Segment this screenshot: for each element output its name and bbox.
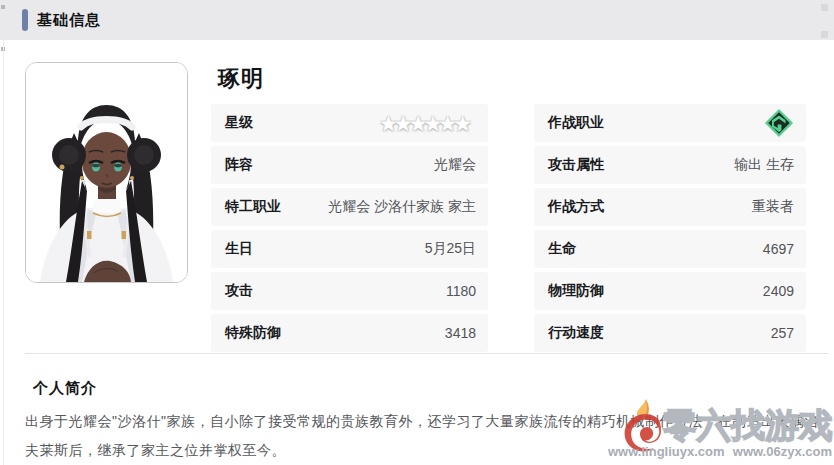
info-value-birthday: 5月25日	[425, 240, 476, 258]
info-column-right: 作战职业攻击属性输出 生存作战方式重装者生命4697物理防御2409行动速度25…	[534, 104, 806, 352]
info-value-special-defense: 3418	[445, 325, 476, 341]
info-row-birthday: 生日5月25日	[211, 230, 488, 268]
info-value-move-speed: 257	[771, 325, 794, 341]
info-value-faction: 光耀会	[434, 156, 476, 174]
info-row-attack-attribute: 攻击属性输出 生存	[534, 146, 806, 184]
info-value-attack: 1180	[446, 283, 476, 299]
info-value-physical-defense: 2409	[763, 283, 794, 299]
info-label-move-speed: 行动速度	[548, 324, 604, 342]
info-label-agent-occupation: 特工职业	[225, 198, 281, 216]
character-portrait[interactable]	[25, 62, 188, 283]
info-value-combat-style: 重装者	[752, 198, 794, 216]
info-row-physical-defense: 物理防御2409	[534, 272, 806, 310]
section-divider	[25, 353, 828, 354]
class-diamond-icon	[764, 108, 794, 138]
info-row-agent-occupation: 特工职业光耀会 沙洛什家族 家主	[211, 188, 488, 226]
info-row-faction: 阵容光耀会	[211, 146, 488, 184]
info-label-hp: 生命	[548, 240, 576, 258]
watermark-urls: www.lingliuyx.com www.06zyx.com	[608, 444, 832, 459]
info-column-left: 星级★★★★★★阵容光耀会特工职业光耀会 沙洛什家族 家主生日5月25日攻击11…	[211, 104, 488, 352]
info-label-attack: 攻击	[225, 282, 253, 300]
info-label-attack-attribute: 攻击属性	[548, 156, 604, 174]
handle-dot	[1, 5, 5, 9]
info-label-combat-style: 作战方式	[548, 198, 604, 216]
character-name: 琢明	[218, 64, 264, 94]
page-left-border	[3, 40, 4, 465]
profile-heading: 个人简介	[33, 379, 97, 398]
info-row-star-level: 星级★★★★★★	[211, 104, 488, 142]
info-label-combat-class: 作战职业	[548, 114, 604, 132]
info-row-special-defense: 特殊防御3418	[211, 314, 488, 352]
info-value-combat-class	[764, 108, 794, 138]
watermark-url-2: www.06zyx.com	[733, 444, 832, 459]
handle-dot	[821, 4, 828, 11]
info-value-hp: 4697	[763, 241, 794, 257]
info-value-agent-occupation: 光耀会 沙洛什家族 家主	[328, 198, 476, 216]
info-label-faction: 阵容	[225, 156, 253, 174]
star-icon: ★	[453, 113, 472, 134]
info-label-special-defense: 特殊防御	[225, 324, 281, 342]
info-label-birthday: 生日	[225, 240, 253, 258]
handle-dot	[821, 31, 828, 38]
accent-bar	[22, 9, 28, 31]
watermark-brand-text: 零六找游戏	[663, 403, 833, 449]
info-value-star-level: ★★★★★★	[383, 113, 476, 134]
info-label-physical-defense: 物理防御	[548, 282, 604, 300]
section-title: 基础信息	[37, 11, 101, 30]
info-value-attack-attribute: 输出 生存	[734, 156, 794, 174]
info-row-combat-style: 作战方式重装者	[534, 188, 806, 226]
section-header: 基础信息	[0, 0, 834, 40]
watermark-url-1: www.lingliuyx.com	[608, 444, 725, 459]
info-row-move-speed: 行动速度257	[534, 314, 806, 352]
info-row-attack: 攻击1180	[211, 272, 488, 310]
character-portrait-illustration	[26, 63, 187, 282]
info-row-hp: 生命4697	[534, 230, 806, 268]
info-row-combat-class: 作战职业	[534, 104, 806, 142]
info-label-star-level: 星级	[225, 114, 253, 132]
